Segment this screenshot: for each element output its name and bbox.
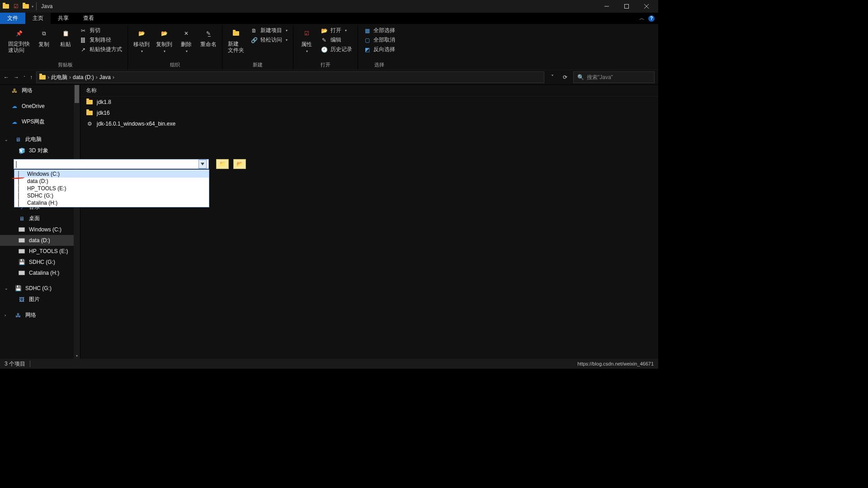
qat-check-icon[interactable]: ☑ [12,2,20,10]
copy-path-button[interactable]: 🛤复制路径 [78,36,124,44]
expander-icon[interactable]: ⌄ [5,137,9,142]
minimize-button[interactable] [597,0,617,13]
combo-dropdown[interactable]: Windows (C:) data (D:) HP_TOOLS (E:) SDH… [14,169,209,207]
combo-option[interactable]: Windows (C:) [14,170,209,178]
edit-button[interactable]: ✎编辑 [319,36,354,44]
tree-desktop[interactable]: 🖥桌面 [0,213,80,224]
combo-option[interactable]: data (D:) [14,178,209,185]
drive-icon [18,186,24,191]
tab-share[interactable]: 共享 [51,13,76,24]
new-item-icon: 🗎 [250,27,258,34]
tree-sdhc-g[interactable]: 💾SDHC (G:) [0,257,80,267]
tree-catalina-h[interactable]: Catalina (H:) [0,267,80,278]
open-button[interactable]: 📂打开▾ [319,26,354,35]
up-folder-button[interactable]: 📁 [216,159,229,169]
list-header-name[interactable]: 名称 [80,85,658,97]
network-icon: 🖧 [11,87,18,94]
group-select: ▦全部选择 ▢全部取消 ◩反向选择 选择 [358,25,401,70]
open-icon: 📂 [321,27,328,34]
tree-wps[interactable]: ☁WPS网盘 [0,116,80,127]
properties-button[interactable]: ☑属性▾ [297,25,316,53]
list-item[interactable]: jdk1.8 [80,97,658,108]
crumb-thispc[interactable]: 此电脑 [51,74,67,81]
tree-windows-c[interactable]: Windows (C:) [0,224,80,235]
nav-tree[interactable]: 🖧网络 ☁OneDrive ☁WPS网盘 ⌄🖥此电脑 🧊3D 对象 🎞视频 🖼图… [0,85,80,359]
tree-pictures2[interactable]: 🖼图片 [0,294,80,305]
crumb-java[interactable]: Java [99,74,111,80]
copy-to-button[interactable]: 📂复制到▾ [154,25,174,53]
main: 🖧网络 ☁OneDrive ☁WPS网盘 ⌄🖥此电脑 🧊3D 对象 🎞视频 🖼图… [0,85,658,359]
tree-scrollbar[interactable]: ▴ ▾ [74,85,80,359]
tree-onedrive[interactable]: ☁OneDrive [0,101,80,112]
paste-shortcut-button[interactable]: ↗粘贴快捷方式 [78,45,124,54]
folder-up-icon: 📁 [219,161,226,167]
nav-up-icon[interactable]: ↑ [30,74,33,80]
tab-view[interactable]: 查看 [76,13,101,24]
new-folder-button[interactable]: 📂 [233,159,246,169]
close-button[interactable] [637,0,656,13]
tab-home[interactable]: 主页 [25,13,51,24]
tab-file[interactable]: 文件 [0,13,25,24]
tree-sdhc2[interactable]: ⌄💾SDHC (G:) [0,283,80,294]
tree-thispc[interactable]: ⌄🖥此电脑 [0,134,80,145]
copyto-icon: 📂 [158,27,170,40]
crumb-data[interactable]: data (D:) [73,74,94,80]
ribbon-tabs: 文件 主页 共享 查看 ︿ ? [0,13,658,24]
expander-icon[interactable]: ⌄ [5,286,9,291]
status-count: 3 个项目 [5,360,25,368]
combo-arrow-icon[interactable] [198,160,207,169]
delete-button[interactable]: ✕删除▾ [177,25,196,53]
titlebar: ☑ ▾ Java [0,0,658,13]
tree-hptools-e[interactable]: HP_TOOLS (E:) [0,246,80,257]
new-item-button[interactable]: 🗎新建项目▾ [249,26,289,35]
address-dropdown-icon[interactable]: ˅ [548,74,557,80]
drive-icon [18,226,25,233]
list-item[interactable]: jdk16 [80,108,658,118]
select-none-button[interactable]: ▢全部取消 [362,36,397,44]
new-folder-button[interactable]: 新建 文件夹 [226,25,246,54]
group-new: 新建 文件夹 🗎新建项目▾ 🔗轻松访问▾ 新建 [222,25,293,70]
tree-3dobjects[interactable]: 🧊3D 对象 [0,145,80,156]
refresh-icon[interactable]: ⟳ [561,74,570,80]
copy-button[interactable]: ⧉ 复制 [34,25,53,48]
invert-icon: ◩ [363,46,371,53]
search-input[interactable]: 🔍 搜索"Java" [573,71,655,83]
expander-icon[interactable]: › [5,313,9,318]
lookin-combo[interactable]: Windows (C:) Windows (C:) data (D:) HP_T… [14,159,209,169]
address-bar[interactable]: › 此电脑 › data (D:) › Java › [36,71,544,83]
scroll-down-icon[interactable]: ▾ [74,352,80,359]
move-to-button[interactable]: 📂移动到▾ [132,25,151,53]
rename-icon: ✎̲ [202,27,215,40]
help-icon[interactable]: ? [648,15,655,22]
pin-button[interactable]: 📌 固定到快 速访问 [6,25,32,54]
ribbon-collapse-icon[interactable]: ︿ [639,14,645,22]
select-all-button[interactable]: ▦全部选择 [362,26,397,35]
group-organize: 📂移动到▾ 📂复制到▾ ✕删除▾ ✎̲重命名 组织 [128,25,222,70]
drive-icon [18,193,24,198]
tree-network-bottom[interactable]: ›🖧网络 [0,310,80,321]
tree-network-top[interactable]: 🖧网络 [0,85,80,96]
nav-back-icon[interactable]: ← [4,74,9,80]
history-button[interactable]: 🕘历史记录 [319,45,354,54]
combo-option[interactable]: SDHC (G:) [14,192,209,199]
qat-folder2-icon[interactable] [22,2,30,10]
maximize-button[interactable] [617,0,637,13]
file-list[interactable]: 名称 jdk1.8 jdk16 ⚙jdk-16.0.1_windows-x64_… [80,85,658,359]
folder-icon [86,109,93,117]
list-item[interactable]: ⚙jdk-16.0.1_windows-x64_bin.exe [80,118,658,129]
easy-access-button[interactable]: 🔗轻松访问▾ [249,36,289,44]
rename-button[interactable]: ✎̲重命名 [198,25,218,48]
nav-recent-icon[interactable]: ˅ [24,75,25,80]
tree-data-d[interactable]: data (D:) [0,235,80,246]
search-placeholder: 搜索"Java" [587,74,613,81]
scroll-thumb[interactable] [75,85,79,103]
combo-option[interactable]: HP_TOOLS (E:) [14,185,209,192]
paste-button[interactable]: 📋 粘贴 [56,25,75,48]
nav-forward-icon[interactable]: → [14,74,19,80]
qat-folder-icon[interactable] [2,2,10,10]
cut-button[interactable]: ✂剪切 [78,26,124,35]
invert-button[interactable]: ◩反向选择 [362,45,397,54]
drive-icon [16,161,22,167]
desktop-icon: 🖥 [18,215,25,222]
combo-option[interactable]: Catalina (H:) [14,199,209,206]
